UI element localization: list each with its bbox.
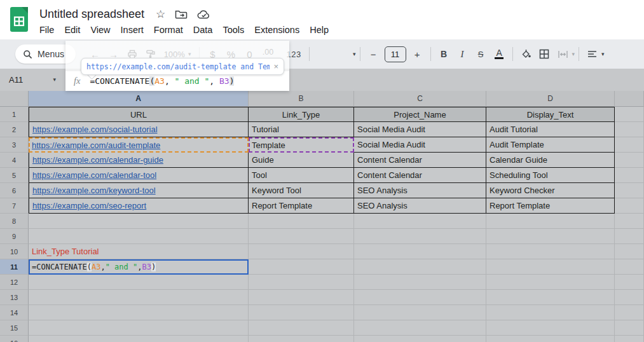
- row-header-11[interactable]: 11: [0, 259, 29, 275]
- cell-D15[interactable]: [486, 320, 615, 336]
- cell-E14[interactable]: [615, 305, 644, 320]
- text-color-button[interactable]: A: [490, 45, 509, 63]
- cell-B9[interactable]: [249, 229, 354, 244]
- cell-B4[interactable]: Guide: [249, 153, 354, 168]
- cell-E5[interactable]: [615, 168, 644, 183]
- cell-C14[interactable]: [354, 305, 486, 320]
- url-link[interactable]: https://example.com/seo-report: [32, 201, 146, 210]
- row-header-14[interactable]: 14: [0, 305, 29, 320]
- cell-E1[interactable]: [615, 107, 644, 122]
- cell-C5[interactable]: Content Calendar: [354, 168, 486, 183]
- cell-C15[interactable]: [354, 320, 486, 336]
- row-header-10[interactable]: 10: [0, 244, 29, 259]
- column-header-C[interactable]: C: [354, 91, 486, 107]
- row-header-1[interactable]: 1: [0, 107, 29, 122]
- menu-file[interactable]: File: [34, 24, 59, 36]
- cell-A3[interactable]: https://example.com/audit-template: [29, 137, 249, 153]
- cell-C16[interactable]: [354, 336, 486, 342]
- cell-D3[interactable]: Audit Template: [486, 137, 615, 153]
- cell-D11[interactable]: [486, 259, 615, 275]
- sheets-logo-icon[interactable]: [10, 6, 29, 32]
- cell-D12[interactable]: [486, 275, 615, 290]
- cell-A9[interactable]: [29, 229, 249, 244]
- cell-B11[interactable]: [249, 259, 354, 275]
- url-link[interactable]: https://example.com/social-tutorial: [32, 125, 158, 134]
- row-header-13[interactable]: 13: [0, 290, 29, 305]
- cell-C6[interactable]: SEO Analysis: [354, 183, 486, 198]
- cell-B8[interactable]: [249, 214, 354, 229]
- row-header-4[interactable]: 4: [0, 153, 29, 168]
- row-header-12[interactable]: 12: [0, 275, 29, 290]
- cell-A1[interactable]: URL: [29, 107, 249, 122]
- menu-insert[interactable]: Insert: [116, 24, 149, 36]
- cell-C1[interactable]: Project_Name: [354, 107, 486, 122]
- cell-A15[interactable]: [29, 320, 249, 336]
- cell-E6[interactable]: [615, 183, 644, 198]
- cell-A4[interactable]: https://example.com/calendar-guide: [29, 153, 249, 168]
- strikethrough-button[interactable]: S: [472, 45, 490, 63]
- menu-view[interactable]: View: [85, 24, 115, 36]
- cell-B1[interactable]: Link_Type: [249, 107, 354, 122]
- cell-D16[interactable]: [486, 336, 615, 342]
- chevron-down-icon[interactable]: ▾: [601, 51, 605, 57]
- cell-C7[interactable]: SEO Analysis: [354, 198, 486, 214]
- horizontal-align-button[interactable]: [583, 45, 601, 63]
- cell-D5[interactable]: Scheduling Tool: [486, 168, 615, 183]
- cell-B10[interactable]: [249, 244, 354, 259]
- cell-B2[interactable]: Tutorial: [249, 122, 354, 137]
- cell-B7[interactable]: Report Template: [249, 198, 354, 214]
- italic-button[interactable]: I: [453, 45, 472, 63]
- cell-A7[interactable]: https://example.com/seo-report: [29, 198, 249, 214]
- row-header-16[interactable]: 16: [0, 336, 29, 342]
- cell-C2[interactable]: Social Media Audit: [354, 122, 486, 137]
- name-box[interactable]: A11 ▾: [0, 75, 64, 85]
- close-icon[interactable]: ×: [273, 62, 278, 71]
- cell-A14[interactable]: [29, 305, 249, 320]
- cell-C12[interactable]: [354, 275, 486, 290]
- document-title[interactable]: Untitled spreadsheet: [39, 8, 144, 21]
- cell-D13[interactable]: [486, 290, 615, 305]
- formula-input[interactable]: =CONCATENATE(A3, " and ", B3): [90, 76, 234, 86]
- menu-edit[interactable]: Edit: [59, 24, 85, 36]
- cell-E2[interactable]: [615, 122, 644, 137]
- cell-C9[interactable]: [354, 229, 486, 244]
- url-link[interactable]: https://example.com/audit-template: [32, 140, 160, 150]
- cell-E7[interactable]: [615, 198, 644, 214]
- cell-E4[interactable]: [615, 153, 644, 168]
- cell-C3[interactable]: Social Media Audit: [354, 137, 486, 153]
- cell-D4[interactable]: Calendar Guide: [486, 153, 615, 168]
- menu-tools[interactable]: Tools: [217, 24, 249, 36]
- cell-D1[interactable]: Display_Text: [486, 107, 615, 122]
- cell-A5[interactable]: https://example.com/calendar-tool: [29, 168, 249, 183]
- cell-B6[interactable]: Keyword Tool: [249, 183, 354, 198]
- row-header-5[interactable]: 5: [0, 168, 29, 183]
- cell-A6[interactable]: https://example.com/keyword-tool: [29, 183, 249, 198]
- increase-font-size-button[interactable]: +: [408, 45, 427, 63]
- cell-E16[interactable]: [615, 336, 644, 342]
- cell-E15[interactable]: [615, 320, 644, 336]
- row-header-2[interactable]: 2: [0, 122, 29, 137]
- font-family-select[interactable]: [313, 46, 353, 62]
- cloud-saved-icon[interactable]: [197, 10, 211, 20]
- decrease-font-size-button[interactable]: −: [364, 45, 383, 63]
- cell-E11[interactable]: [615, 259, 644, 275]
- cell-C10[interactable]: [354, 244, 486, 259]
- font-size-input[interactable]: 11: [385, 46, 406, 62]
- select-all-corner[interactable]: [0, 91, 29, 107]
- cell-A16[interactable]: [29, 336, 249, 342]
- cell-B12[interactable]: [249, 275, 354, 290]
- cell-E10[interactable]: [615, 244, 644, 259]
- column-header-B[interactable]: B: [249, 91, 354, 107]
- cell-A13[interactable]: [29, 290, 249, 305]
- menu-extensions[interactable]: Extensions: [249, 24, 305, 36]
- row-header-3[interactable]: 3: [0, 137, 29, 153]
- star-icon[interactable]: ☆: [156, 9, 165, 20]
- cell-D14[interactable]: [486, 305, 615, 320]
- row-header-9[interactable]: 9: [0, 229, 29, 244]
- cell-E13[interactable]: [615, 290, 644, 305]
- cell-A12[interactable]: [29, 275, 249, 290]
- cell-D7[interactable]: Report Template: [486, 198, 615, 214]
- cell-A8[interactable]: [29, 214, 249, 229]
- row-header-8[interactable]: 8: [0, 214, 29, 229]
- cell-C4[interactable]: Content Calendar: [354, 153, 486, 168]
